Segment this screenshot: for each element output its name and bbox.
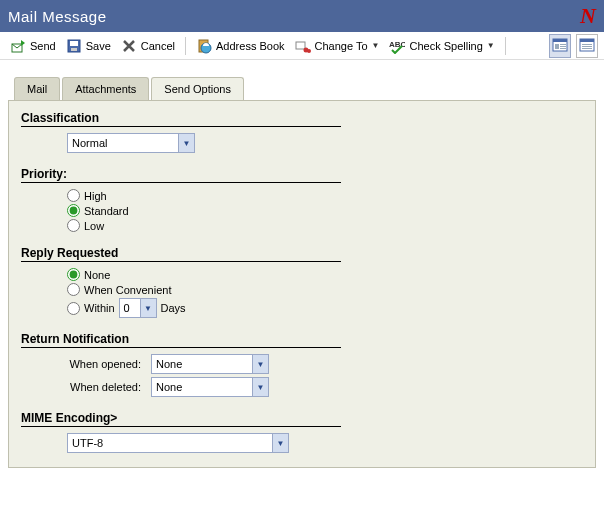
mime-value: UTF-8 (68, 434, 272, 452)
send-options-panel: Classification Normal ▼ Priority: High S… (8, 100, 596, 468)
svg-rect-19 (582, 46, 592, 47)
priority-section: Priority: High Standard Low (21, 167, 583, 232)
reply-within-days-select[interactable]: 0 ▼ (119, 298, 157, 318)
priority-high-radio[interactable]: High (67, 189, 583, 202)
address-book-icon (196, 38, 212, 54)
check-spelling-button[interactable]: ABC Check Spelling ▼ (385, 36, 498, 56)
address-book-label: Address Book (216, 40, 284, 52)
check-spelling-label: Check Spelling (409, 40, 482, 52)
window-title: Mail Message (8, 8, 107, 25)
svg-rect-12 (555, 44, 559, 49)
return-notification-section: Return Notification When opened: None ▼ … (21, 332, 583, 397)
svg-text:ABC: ABC (389, 40, 405, 49)
check-spelling-icon: ABC (389, 38, 405, 54)
mime-select[interactable]: UTF-8 ▼ (67, 433, 289, 453)
send-button[interactable]: Send (6, 36, 60, 56)
cancel-button[interactable]: Cancel (117, 36, 179, 56)
priority-label: Priority: (21, 167, 583, 181)
novell-logo: N (580, 3, 596, 29)
titlebar: Mail Message N (0, 0, 604, 32)
when-deleted-label: When deleted: (21, 381, 151, 393)
chevron-down-icon: ▼ (140, 299, 156, 317)
chevron-down-icon: ▼ (178, 134, 194, 152)
toolbar-separator (185, 37, 186, 55)
when-opened-value: None (152, 355, 252, 373)
reply-within-radio[interactable]: Within 0 ▼ Days (67, 298, 583, 318)
tab-attachments[interactable]: Attachments (62, 77, 149, 100)
svg-rect-13 (560, 44, 566, 45)
priority-high-label: High (84, 190, 107, 202)
when-opened-label: When opened: (21, 358, 151, 370)
reply-none-radio[interactable]: None (67, 268, 583, 281)
address-book-button[interactable]: Address Book (192, 36, 288, 56)
when-opened-select[interactable]: None ▼ (151, 354, 269, 374)
svg-rect-17 (580, 39, 594, 42)
send-icon (10, 38, 26, 54)
svg-rect-6 (296, 42, 305, 49)
divider (21, 126, 341, 127)
svg-rect-18 (582, 44, 592, 45)
reply-within-suffix: Days (161, 302, 186, 314)
chevron-down-icon: ▼ (272, 434, 288, 452)
priority-standard-radio[interactable]: Standard (67, 204, 583, 217)
divider (21, 261, 341, 262)
chevron-down-icon: ▼ (252, 355, 268, 373)
classification-section: Classification Normal ▼ (21, 111, 583, 153)
svg-rect-3 (71, 48, 77, 51)
toolbar-separator (505, 37, 506, 55)
save-icon (66, 38, 82, 54)
tabstrip: Mail Attachments Send Options (8, 74, 604, 100)
priority-standard-label: Standard (84, 205, 129, 217)
svg-rect-15 (560, 48, 566, 49)
chevron-down-icon: ▼ (252, 378, 268, 396)
send-label: Send (30, 40, 56, 52)
mime-label: MIME Encoding> (21, 411, 583, 425)
reply-requested-section: Reply Requested None When Convenient Wit… (21, 246, 583, 318)
divider (21, 182, 341, 183)
reply-requested-label: Reply Requested (21, 246, 583, 260)
reply-none-label: None (84, 269, 110, 281)
save-button[interactable]: Save (62, 36, 115, 56)
change-to-label: Change To (315, 40, 368, 52)
chevron-down-icon: ▼ (372, 41, 380, 50)
priority-low-label: Low (84, 220, 104, 232)
divider (21, 347, 341, 348)
when-deleted-select[interactable]: None ▼ (151, 377, 269, 397)
toolbar: Send Save Cancel Address Book Change To … (0, 32, 604, 60)
view-mode-html-button[interactable] (549, 34, 571, 58)
classification-label: Classification (21, 111, 583, 125)
cancel-icon (121, 38, 137, 54)
reply-within-value: 0 (120, 299, 140, 317)
save-label: Save (86, 40, 111, 52)
when-deleted-value: None (152, 378, 252, 396)
svg-rect-11 (553, 39, 567, 42)
svg-rect-14 (560, 46, 566, 47)
svg-point-8 (307, 49, 311, 53)
svg-rect-20 (582, 48, 592, 49)
change-to-button[interactable]: Change To ▼ (291, 36, 384, 56)
classification-value: Normal (68, 134, 178, 152)
change-to-icon (295, 38, 311, 54)
divider (21, 426, 341, 427)
tab-send-options[interactable]: Send Options (151, 77, 244, 100)
reply-convenient-radio[interactable]: When Convenient (67, 283, 583, 296)
svg-rect-2 (70, 41, 78, 46)
reply-within-prefix: Within (84, 302, 115, 314)
priority-low-radio[interactable]: Low (67, 219, 583, 232)
mime-section: MIME Encoding> UTF-8 ▼ (21, 411, 583, 453)
reply-convenient-label: When Convenient (84, 284, 171, 296)
view-mode-text-button[interactable] (576, 34, 598, 58)
return-notification-label: Return Notification (21, 332, 583, 346)
tab-mail[interactable]: Mail (14, 77, 60, 100)
chevron-down-icon: ▼ (487, 41, 495, 50)
cancel-label: Cancel (141, 40, 175, 52)
classification-select[interactable]: Normal ▼ (67, 133, 195, 153)
